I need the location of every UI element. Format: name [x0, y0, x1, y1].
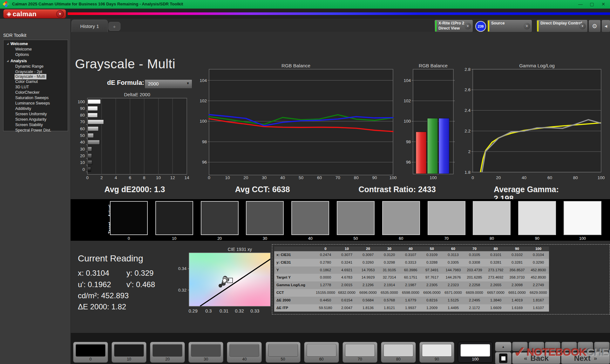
- table-cell: 0.5768: [379, 297, 400, 304]
- sidebar-group-analysis[interactable]: ◢Analysis: [3, 58, 68, 64]
- sidebar-item-additivity[interactable]: Additivity: [3, 106, 68, 111]
- sidebar-item-screen-angularity[interactable]: Screen Angularity: [3, 117, 68, 122]
- pattern-level-100[interactable]: 100: [458, 342, 493, 363]
- meter-count-badge[interactable]: 239: [475, 21, 486, 32]
- sidebar-group-welcome[interactable]: ◢Welcome: [3, 41, 68, 46]
- calman-menu-button[interactable]: ◈ calman ▼: [3, 9, 66, 18]
- tab-history-1[interactable]: History 1: [71, 20, 108, 32]
- chevron-down-icon[interactable]: ▼: [56, 10, 64, 18]
- pattern-level-0[interactable]: 0: [73, 342, 108, 363]
- chevron-down-icon[interactable]: ▼: [464, 23, 471, 30]
- sidebar-item-welcome[interactable]: Welcome: [3, 46, 68, 52]
- minimize-button[interactable]: —: [575, 1, 586, 8]
- table-cell: 356.8537: [506, 266, 528, 274]
- svg-text:0: 0: [82, 167, 85, 172]
- pattern-level-70[interactable]: 70: [342, 342, 377, 363]
- pattern-preview: [422, 344, 452, 357]
- display-control-dropdown[interactable]: Direct Display Control ▼: [536, 20, 588, 32]
- pattern-level-60[interactable]: 60: [304, 342, 339, 363]
- sidebar-item-grayscale-2pt[interactable]: Grayscale - 2pt: [3, 69, 68, 74]
- panel-collapse-button[interactable]: ◀: [601, 20, 610, 32]
- pattern-level-30[interactable]: 30: [188, 342, 223, 363]
- svg-text:12: 12: [170, 175, 175, 180]
- gear-icon: ⚙: [592, 23, 597, 30]
- measure-toolbar-button-6[interactable]: [594, 342, 610, 351]
- measure-toolbar-button-2[interactable]: [529, 342, 544, 351]
- table-cell: 2.2655: [485, 281, 506, 289]
- de-formula-select[interactable]: 2000 ▼: [145, 79, 192, 89]
- source-dropdown[interactable]: Source ▼: [487, 20, 532, 32]
- sidebar-item-spectral-power-dist-[interactable]: Spectral Power Dist.: [3, 127, 68, 133]
- gray-swatch-60: [382, 201, 420, 235]
- sidebar-item-options[interactable]: Options: [3, 52, 68, 57]
- svg-text:98: 98: [406, 139, 411, 144]
- svg-text:20: 20: [496, 175, 501, 180]
- svg-text:1.8: 1.8: [464, 170, 471, 175]
- measure-toolbar-button-1[interactable]: [512, 342, 528, 351]
- table-header-cell: 70: [464, 246, 485, 251]
- pattern-preview: [460, 344, 490, 357]
- svg-text:100: 100: [78, 99, 85, 104]
- meter-dropdown[interactable]: X-Rite i1Pro 2 Direct View ▼: [434, 20, 473, 32]
- sidebar-item-3d-lut[interactable]: 3D LUT: [3, 84, 68, 90]
- reading-u: u': 0.1962: [78, 280, 111, 289]
- pattern-level-50[interactable]: 50: [266, 342, 301, 363]
- table-cell: 144.7983: [443, 266, 464, 274]
- table-cell: 14.7053: [357, 266, 379, 274]
- pattern-level-40[interactable]: 40: [227, 342, 262, 363]
- pattern-level-80[interactable]: 80: [381, 342, 416, 363]
- measure-toolbar-button-3[interactable]: [545, 342, 560, 351]
- measurement-table-region[interactable]: 0102030405060708090100x: CIE310.24740.30…: [272, 244, 610, 314]
- pattern-window-button[interactable]: [495, 352, 512, 364]
- avg-de-summary: Avg dE2000: 1.3: [105, 185, 165, 194]
- chevron-down-icon[interactable]: ▼: [579, 23, 586, 30]
- sidebar-item-saturation-sweeps[interactable]: Saturation Sweeps: [3, 95, 68, 100]
- sidebar-item-color-gamut[interactable]: Color Gamut: [3, 79, 68, 84]
- table-cell: 1.8167: [528, 297, 549, 304]
- svg-text:102: 102: [200, 98, 207, 103]
- next-button[interactable]: Next »: [561, 352, 610, 364]
- svg-text:104: 104: [200, 78, 207, 83]
- settings-button[interactable]: ⚙: [588, 20, 601, 32]
- svg-text:10: 10: [156, 175, 161, 180]
- measure-toolbar-button-5[interactable]: [578, 342, 593, 351]
- table-cell: 0.3101: [485, 251, 506, 259]
- table-cell: 1.6779: [400, 297, 421, 304]
- sidebar-item-luminance-sweeps[interactable]: Luminance Sweeps: [3, 100, 68, 106]
- pattern-level-label: 100: [458, 357, 492, 361]
- svg-text:0: 0: [471, 175, 474, 180]
- pattern-level-20[interactable]: 20: [150, 342, 185, 363]
- svg-text:10: 10: [80, 160, 85, 165]
- table-header-cell: 0: [315, 246, 336, 251]
- add-tab-button[interactable]: +: [108, 22, 120, 31]
- sidebar-item-dynamic-range[interactable]: Dynamic Range: [3, 64, 68, 69]
- measure-toolbar-button-4[interactable]: [561, 342, 577, 351]
- table-cell: 1.6107: [528, 304, 549, 312]
- svg-text:102: 102: [403, 98, 411, 103]
- pattern-level-10[interactable]: 10: [112, 342, 146, 363]
- sidebar-item-grayscale-multi[interactable]: Grayscale - Multi: [15, 74, 68, 79]
- svg-text:90: 90: [80, 106, 85, 111]
- sidebar-item-screen-stability[interactable]: Screen Stability: [3, 122, 68, 127]
- svg-text:60: 60: [317, 175, 322, 180]
- table-cell: 14.9929: [357, 274, 379, 281]
- chevron-down-icon[interactable]: ▼: [524, 23, 530, 30]
- svg-text:60: 60: [80, 126, 85, 131]
- sidebar-item-screen-uniformity[interactable]: Screen Uniformity: [3, 111, 68, 117]
- close-button[interactable]: ✕: [598, 1, 609, 8]
- table-cell: 0.6154: [336, 297, 357, 304]
- reading-de: ΔE 2000: 1.82: [78, 302, 126, 311]
- back-button[interactable]: « Back: [512, 352, 560, 364]
- gray-swatch-label: 90: [518, 236, 556, 241]
- gray-swatch-0: [110, 201, 148, 235]
- svg-text:100: 100: [390, 175, 397, 180]
- sidebar-item-colorchecker[interactable]: ColorChecker: [3, 90, 68, 95]
- table-cell: 6629.0000: [528, 289, 549, 297]
- table-cell: 0.3305: [443, 259, 464, 266]
- pattern-level-90[interactable]: 90: [419, 342, 454, 363]
- table-cell: 59.5180: [315, 304, 336, 312]
- pattern-up-button[interactable]: ▲: [495, 342, 512, 352]
- svg-text:8: 8: [143, 175, 146, 180]
- maximize-button[interactable]: ▢: [586, 1, 597, 8]
- svg-text:0.29: 0.29: [189, 308, 198, 313]
